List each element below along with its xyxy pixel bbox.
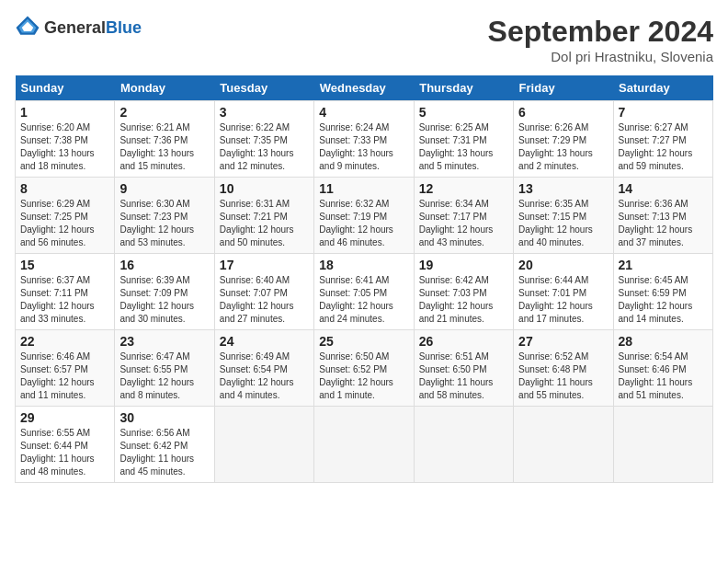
header: GeneralBlue September 2024 Dol pri Hrast… [15, 15, 713, 64]
day-number: 17 [220, 258, 309, 272]
calendar-empty [514, 407, 613, 483]
day-number: 2 [119, 105, 209, 120]
day-details: Sunrise: 6:32 AMSunset: 7:19 PMDaylight:… [319, 198, 408, 249]
day-number: 18 [319, 258, 408, 272]
day-details: Sunrise: 6:49 AMSunset: 6:54 PMDaylight:… [220, 350, 309, 402]
day-details: Sunrise: 6:21 AMSunset: 7:36 PMDaylight:… [119, 121, 209, 173]
calendar-day: 25Sunrise: 6:50 AMSunset: 6:52 PMDayligh… [314, 330, 414, 407]
day-number: 28 [619, 334, 708, 349]
header-friday: Friday [514, 75, 613, 101]
day-details: Sunrise: 6:41 AMSunset: 7:05 PMDaylight:… [319, 274, 408, 326]
day-details: Sunrise: 6:20 AMSunset: 7:38 PMDaylight:… [20, 121, 109, 173]
calendar-day: 9Sunrise: 6:30 AMSunset: 7:23 PMDaylight… [115, 178, 214, 254]
location-title: Dol pri Hrastniku, Slovenia [488, 49, 713, 64]
calendar-day: 23Sunrise: 6:47 AMSunset: 6:55 PMDayligh… [115, 330, 214, 407]
logo-icon [15, 15, 40, 40]
day-number: 4 [319, 105, 408, 120]
logo-blue: Blue [106, 18, 142, 37]
header-sunday: Sunday [16, 75, 115, 101]
header-monday: Monday [115, 75, 214, 101]
calendar-day: 21Sunrise: 6:45 AMSunset: 6:59 PMDayligh… [613, 254, 712, 330]
day-details: Sunrise: 6:31 AMSunset: 7:21 PMDaylight:… [220, 198, 309, 249]
calendar-week-row: 22Sunrise: 6:46 AMSunset: 6:57 PMDayligh… [16, 330, 713, 407]
day-number: 3 [220, 105, 309, 120]
day-number: 13 [518, 181, 608, 196]
day-details: Sunrise: 6:46 AMSunset: 6:57 PMDaylight:… [20, 350, 109, 402]
day-number: 25 [319, 334, 408, 349]
calendar-empty [314, 407, 414, 483]
day-number: 19 [419, 258, 508, 272]
day-details: Sunrise: 6:36 AMSunset: 7:13 PMDaylight:… [619, 198, 708, 249]
day-number: 16 [119, 258, 209, 272]
calendar-day: 15Sunrise: 6:37 AMSunset: 7:11 PMDayligh… [16, 254, 115, 330]
day-number: 23 [119, 334, 209, 349]
calendar-day: 5Sunrise: 6:25 AMSunset: 7:31 PMDaylight… [414, 101, 513, 178]
calendar-day: 24Sunrise: 6:49 AMSunset: 6:54 PMDayligh… [214, 330, 313, 407]
title-area: September 2024 Dol pri Hrastniku, Sloven… [488, 15, 713, 64]
day-details: Sunrise: 6:30 AMSunset: 7:23 PMDaylight:… [119, 198, 209, 249]
logo: GeneralBlue [15, 15, 142, 40]
calendar-day: 20Sunrise: 6:44 AMSunset: 7:01 PMDayligh… [514, 254, 613, 330]
calendar-day: 12Sunrise: 6:34 AMSunset: 7:17 PMDayligh… [414, 178, 513, 254]
calendar-day: 29Sunrise: 6:55 AMSunset: 6:44 PMDayligh… [16, 407, 115, 483]
calendar-week-row: 29Sunrise: 6:55 AMSunset: 6:44 PMDayligh… [16, 407, 713, 483]
calendar-day: 2Sunrise: 6:21 AMSunset: 7:36 PMDaylight… [115, 101, 214, 178]
calendar-day: 30Sunrise: 6:56 AMSunset: 6:42 PMDayligh… [115, 407, 214, 483]
calendar-day: 13Sunrise: 6:35 AMSunset: 7:15 PMDayligh… [514, 178, 613, 254]
calendar-empty [414, 407, 513, 483]
day-number: 6 [518, 105, 608, 120]
calendar-day: 16Sunrise: 6:39 AMSunset: 7:09 PMDayligh… [115, 254, 214, 330]
day-number: 7 [619, 105, 708, 120]
day-number: 20 [518, 258, 608, 272]
day-number: 5 [419, 105, 508, 120]
calendar-day: 22Sunrise: 6:46 AMSunset: 6:57 PMDayligh… [16, 330, 115, 407]
day-number: 11 [319, 181, 408, 196]
day-details: Sunrise: 6:42 AMSunset: 7:03 PMDaylight:… [419, 274, 508, 326]
calendar-day: 6Sunrise: 6:26 AMSunset: 7:29 PMDaylight… [514, 101, 613, 178]
day-details: Sunrise: 6:54 AMSunset: 6:46 PMDaylight:… [619, 350, 708, 402]
day-details: Sunrise: 6:37 AMSunset: 7:11 PMDaylight:… [20, 274, 109, 326]
calendar-empty [214, 407, 313, 483]
day-details: Sunrise: 6:27 AMSunset: 7:27 PMDaylight:… [619, 121, 708, 173]
calendar-day: 17Sunrise: 6:40 AMSunset: 7:07 PMDayligh… [214, 254, 313, 330]
header-tuesday: Tuesday [214, 75, 313, 101]
day-details: Sunrise: 6:55 AMSunset: 6:44 PMDaylight:… [20, 427, 109, 478]
calendar-day: 18Sunrise: 6:41 AMSunset: 7:05 PMDayligh… [314, 254, 414, 330]
calendar-empty [613, 407, 712, 483]
month-title: September 2024 [488, 15, 713, 49]
day-number: 9 [119, 181, 209, 196]
weekday-header-row: Sunday Monday Tuesday Wednesday Thursday… [16, 75, 713, 101]
calendar-week-row: 15Sunrise: 6:37 AMSunset: 7:11 PMDayligh… [16, 254, 713, 330]
calendar-day: 11Sunrise: 6:32 AMSunset: 7:19 PMDayligh… [314, 178, 414, 254]
day-number: 27 [518, 334, 608, 349]
day-details: Sunrise: 6:34 AMSunset: 7:17 PMDaylight:… [419, 198, 508, 249]
day-number: 29 [20, 410, 109, 425]
day-number: 8 [20, 181, 109, 196]
calendar-day: 19Sunrise: 6:42 AMSunset: 7:03 PMDayligh… [414, 254, 513, 330]
day-details: Sunrise: 6:25 AMSunset: 7:31 PMDaylight:… [419, 121, 508, 173]
day-number: 21 [619, 258, 708, 272]
calendar-day: 26Sunrise: 6:51 AMSunset: 6:50 PMDayligh… [414, 330, 513, 407]
calendar-table: Sunday Monday Tuesday Wednesday Thursday… [15, 75, 713, 483]
day-number: 12 [419, 181, 508, 196]
day-details: Sunrise: 6:45 AMSunset: 6:59 PMDaylight:… [619, 274, 708, 326]
day-details: Sunrise: 6:24 AMSunset: 7:33 PMDaylight:… [319, 121, 408, 173]
logo-general: General [44, 18, 106, 37]
calendar-day: 8Sunrise: 6:29 AMSunset: 7:25 PMDaylight… [16, 178, 115, 254]
day-details: Sunrise: 6:52 AMSunset: 6:48 PMDaylight:… [518, 350, 608, 402]
calendar-week-row: 8Sunrise: 6:29 AMSunset: 7:25 PMDaylight… [16, 178, 713, 254]
day-details: Sunrise: 6:40 AMSunset: 7:07 PMDaylight:… [220, 274, 309, 326]
day-details: Sunrise: 6:35 AMSunset: 7:15 PMDaylight:… [518, 198, 608, 249]
day-number: 10 [220, 181, 309, 196]
calendar-day: 3Sunrise: 6:22 AMSunset: 7:35 PMDaylight… [214, 101, 313, 178]
day-details: Sunrise: 6:39 AMSunset: 7:09 PMDaylight:… [119, 274, 209, 326]
calendar-week-row: 1Sunrise: 6:20 AMSunset: 7:38 PMDaylight… [16, 101, 713, 178]
day-number: 30 [119, 410, 209, 425]
day-details: Sunrise: 6:22 AMSunset: 7:35 PMDaylight:… [220, 121, 309, 173]
day-details: Sunrise: 6:44 AMSunset: 7:01 PMDaylight:… [518, 274, 608, 326]
calendar-day: 1Sunrise: 6:20 AMSunset: 7:38 PMDaylight… [16, 101, 115, 178]
calendar-day: 27Sunrise: 6:52 AMSunset: 6:48 PMDayligh… [514, 330, 613, 407]
day-number: 15 [20, 258, 109, 272]
calendar-day: 28Sunrise: 6:54 AMSunset: 6:46 PMDayligh… [613, 330, 712, 407]
day-details: Sunrise: 6:56 AMSunset: 6:42 PMDaylight:… [119, 427, 209, 478]
